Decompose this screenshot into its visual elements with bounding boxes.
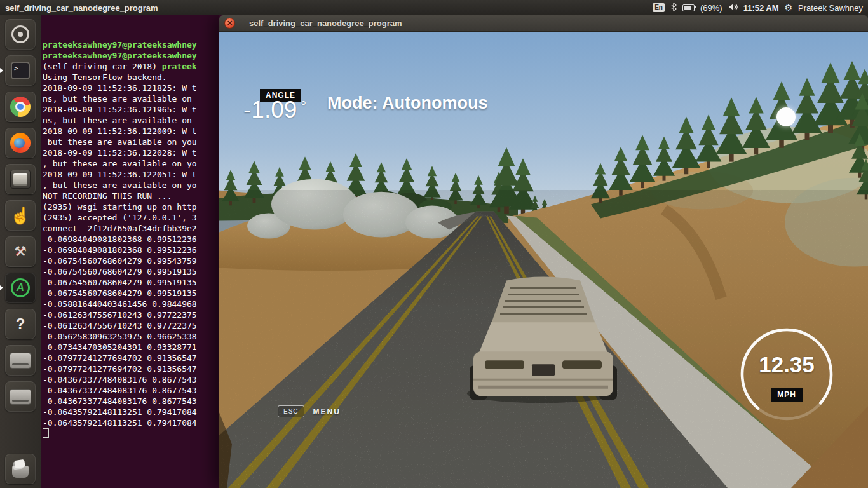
degree-symbol: °: [301, 98, 306, 114]
hud-speed-value: 12.35: [739, 352, 834, 377]
terminal-line: (2935) wsgi starting up on http: [43, 201, 231, 212]
terminal-line: -0.06984049081802368 0.99512236: [43, 245, 231, 255]
terminal-line: , but these are available on yo: [43, 158, 231, 169]
terminal-line: -0.06754560768604279 0.99519135: [43, 277, 231, 288]
firefox-icon: [10, 133, 31, 153]
launcher-item-disk-1[interactable]: [5, 345, 36, 376]
hud-angle-value: -1.09°: [243, 97, 306, 123]
launcher-item-car-simulator[interactable]: A: [5, 273, 36, 303]
disk-drive-icon: [10, 353, 31, 369]
launcher-item-help[interactable]: ?: [5, 309, 36, 339]
terminal-line: -0.043673377484083176 0.8677543: [43, 374, 231, 385]
bluetooth-icon[interactable]: [670, 3, 677, 13]
terminal-line: -0.06126347556710243 0.97722375: [43, 320, 231, 331]
terminal-line: -0.06754560768604279 0.99543759: [43, 255, 231, 266]
terminal-line: 2018-09-09 11:52:36.121825: W t: [43, 83, 231, 93]
launcher-item-text-editor[interactable]: [5, 164, 36, 194]
ubuntu-dash-icon: [11, 25, 29, 43]
battery-icon[interactable]: [682, 4, 695, 11]
terminal-line: -0.06126347556710243 0.97722375: [43, 309, 231, 320]
terminal-line: -0.058816440403461456 0.9844968: [43, 299, 231, 309]
simulator-titlebar[interactable]: ✕ self_driving_car_nanodegree_program: [219, 15, 868, 32]
top-bar: self_driving_car_nanodegree_program En (…: [0, 0, 868, 15]
simulator-app-icon: A: [10, 278, 31, 298]
launcher-item-pointer-tool[interactable]: ☝: [5, 200, 36, 231]
esc-key-hint: ESC: [278, 405, 304, 417]
terminal-line: 2018-09-09 11:52:36.122009: W t: [43, 126, 231, 137]
terminal-output: prateeksawhney97@prateeksawhneyprateeksa…: [43, 39, 231, 439]
launcher-item-disk-2[interactable]: [5, 381, 36, 412]
text-editor-icon: [10, 170, 31, 189]
terminal-line: (self-driving-car-2018) prateek: [43, 61, 231, 72]
terminal-line: ns, but these are available on: [43, 93, 231, 104]
terminal-line: -0.06435792148113251 0.79417084: [43, 407, 231, 417]
help-icon: ?: [16, 315, 25, 333]
terminal-line: -0.06754560768604279 0.99519135: [43, 266, 231, 277]
launcher-item-dash-home[interactable]: [5, 19, 36, 50]
tools-icon: ⚒: [14, 245, 27, 259]
keyboard-layout-indicator[interactable]: En: [653, 3, 665, 12]
terminal-line: -0.043673377484083176 0.8677543: [43, 385, 231, 396]
running-indicator-arrow: [0, 68, 6, 73]
chrome-icon: [10, 97, 31, 117]
terminal-line: -0.05625830963253975 0.96625338: [43, 331, 231, 342]
hud-mode-text: Mode: Autonomous: [327, 93, 487, 113]
active-window-title: self_driving_car_nanodegree_program: [5, 3, 158, 13]
launcher-item-firefox[interactable]: [5, 128, 36, 158]
menu-label: MENU: [313, 407, 341, 416]
terminal-line: -0.06754560768604279 0.99519135: [43, 288, 231, 299]
terminal-line: connect 2f12d7650af34dcfbb39e2: [43, 223, 231, 234]
terminal-line: -0.06435792148113251 0.79417084: [43, 417, 231, 428]
terminal-window[interactable]: prateeksawhney97@prateeksawhneyprateeksa…: [41, 15, 231, 488]
hud-menu-hint: ESC MENU: [278, 405, 341, 417]
terminal-line: but these are available on you: [43, 137, 231, 147]
terminal-line: prateeksawhney97@prateeksawhney: [43, 50, 231, 61]
close-button[interactable]: ✕: [224, 18, 235, 29]
terminal-line: -0.06984049081802368 0.99512236: [43, 234, 231, 245]
disk-drive-icon: [10, 389, 31, 405]
hud-speed-unit: MPH: [771, 388, 803, 402]
launcher-item-trash[interactable]: [5, 454, 36, 484]
simulator-window: ✕ self_driving_car_nanodegree_program: [219, 15, 868, 488]
hud-indicator-dot: [776, 107, 796, 126]
terminal-line: Using TensorFlow backend.: [43, 72, 231, 83]
terminal-line: 2018-09-09 11:52:36.121965: W t: [43, 104, 231, 115]
username[interactable]: Prateek Sawhney: [798, 3, 863, 13]
launcher-item-terminal[interactable]: >_: [5, 55, 36, 86]
system-tray: En (69%) 11:52 AM ⚙ Prateek Sawhney: [653, 3, 868, 13]
terminal-icon: >_: [11, 62, 30, 79]
volume-icon[interactable]: [728, 3, 738, 13]
launcher-item-chrome[interactable]: [5, 92, 36, 122]
terminal-line: , but these are available on yo: [43, 180, 231, 191]
hud-speed-gauge: 12.35 MPH: [739, 327, 834, 422]
terminal-line: NOT RECORDING THIS RUN ...: [43, 191, 231, 201]
terminal-line: -0.043673377484083176 0.8677543: [43, 396, 231, 407]
terminal-line: 2018-09-09 11:52:36.122028: W t: [43, 147, 231, 158]
terminal-line: -0.07977241277694702 0.91356547: [43, 363, 231, 374]
terminal-line: 2018-09-09 11:52:36.122051: W t: [43, 169, 231, 180]
unity-launcher: >_ ☝ ⚒ A ?: [0, 15, 41, 488]
trash-icon: [12, 466, 29, 478]
battery-percentage[interactable]: (69%): [700, 3, 722, 13]
terminal-line: ns, but these are available on: [43, 115, 231, 126]
simulator-window-title: self_driving_car_nanodegree_program: [249, 18, 402, 28]
terminal-line: [43, 428, 231, 439]
simulator-viewport[interactable]: ANGLE -1.09° Mode: Autonomous 12.35 MPH …: [219, 32, 868, 488]
clock[interactable]: 11:52 AM: [743, 3, 779, 13]
hand-pointer-icon: ☝: [10, 207, 31, 224]
running-indicator-arrow: [0, 285, 6, 290]
terminal-line: prateeksawhney97@prateeksawhney: [43, 39, 231, 50]
terminal-line: -0.07977241277694702 0.91356547: [43, 353, 231, 363]
terminal-line: -0.07343470305204391 0.93328771: [43, 342, 231, 353]
close-icon: ✕: [227, 20, 233, 27]
terminal-line: (2935) accepted ('127.0.0.1', 3: [43, 212, 231, 223]
launcher-item-system-settings[interactable]: ⚒: [5, 236, 36, 267]
session-gear-icon[interactable]: ⚙: [785, 3, 793, 12]
